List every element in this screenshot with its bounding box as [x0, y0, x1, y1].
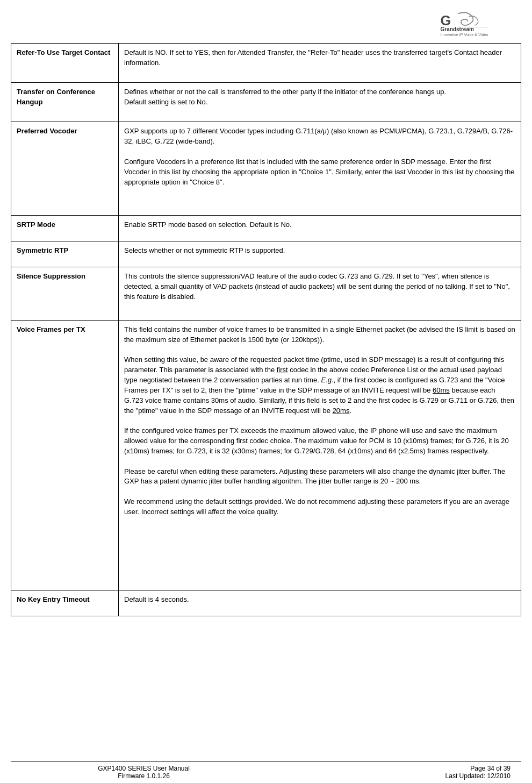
footer-page: Page 34 of 39 [266, 765, 511, 772]
row-label: Refer-To Use Target Contact [11, 44, 119, 83]
vf-part2: When setting this value, be aware of the… [124, 355, 514, 414]
row-content: Default is NO. If set to YES, then for A… [119, 44, 521, 83]
table-row: No Key Entry Timeout Default is 4 second… [11, 590, 521, 616]
table-row: SRTP Mode Enable SRTP mode based on sele… [11, 216, 521, 241]
svg-text:Innovative IP Voice & Video: Innovative IP Voice & Video [440, 32, 488, 37]
row-text-part1: GXP supports up to 7 different Vocoder t… [124, 127, 513, 145]
logo-box: G Grandstream Innovative IP Voice & Vide… [435, 8, 521, 38]
table-row: Voice Frames per TX This field contains … [11, 320, 521, 590]
row-content: This field contains the number of voice … [119, 320, 521, 590]
row-label: Transfer on Conference Hangup [11, 83, 119, 122]
logo-area: G Grandstream Innovative IP Voice & Vide… [0, 5, 532, 43]
row-label: No Key Entry Timeout [11, 590, 119, 616]
row-text: Defines whether or not the call is trans… [124, 88, 446, 106]
row-content: Enable SRTP mode based on selection. Def… [119, 216, 521, 241]
row-label: Preferred Vocoder [11, 122, 119, 216]
row-label: Voice Frames per TX [11, 320, 119, 590]
footer-right: Page 34 of 39 Last Updated: 12/2010 [266, 765, 511, 780]
table-row: Symmetric RTP Selects whether or not sym… [11, 241, 521, 267]
row-label: SRTP Mode [11, 216, 119, 241]
row-content: This controls the silence suppression/VA… [119, 267, 521, 320]
footer-date: Last Updated: 12/2010 [266, 772, 511, 780]
row-label: Silence Suppression [11, 267, 119, 320]
row-text-part2: Configure Vocoders in a preference list … [124, 158, 515, 186]
row-content: Default is 4 seconds. [119, 590, 521, 616]
vf-part1: This field contains the number of voice … [124, 325, 515, 344]
page-wrapper: G Grandstream Innovative IP Voice & Vide… [0, 0, 532, 783]
grandstream-logo: G Grandstream Innovative IP Voice & Vide… [437, 10, 520, 37]
footer-product: GXP1400 SERIES User Manual [21, 765, 266, 772]
table-row: Refer-To Use Target Contact Default is N… [11, 44, 521, 83]
vf-part5: We recommend using the default settings … [124, 497, 509, 516]
row-content: Defines whether or not the call is trans… [119, 83, 521, 122]
table-row: Transfer on Conference Hangup Defines wh… [11, 83, 521, 122]
row-content: Selects whether or not symmetric RTP is … [119, 241, 521, 267]
main-table: Refer-To Use Target Contact Default is N… [11, 43, 521, 616]
svg-text:G: G [440, 13, 451, 28]
vf-part4: Please be careful when editing these par… [124, 467, 505, 486]
footer-left: GXP1400 SERIES User Manual Firmware 1.0.… [21, 765, 266, 780]
table-row: Silence Suppression This controls the si… [11, 267, 521, 320]
table-row: Preferred Vocoder GXP supports up to 7 d… [11, 122, 521, 216]
row-label: Symmetric RTP [11, 241, 119, 267]
row-content: GXP supports up to 7 different Vocoder t… [119, 122, 521, 216]
page-footer: GXP1400 SERIES User Manual Firmware 1.0.… [11, 761, 521, 783]
vf-part3: If the configured voice frames per TX ex… [124, 426, 509, 455]
footer-firmware: Firmware 1.0.1.26 [21, 772, 266, 780]
